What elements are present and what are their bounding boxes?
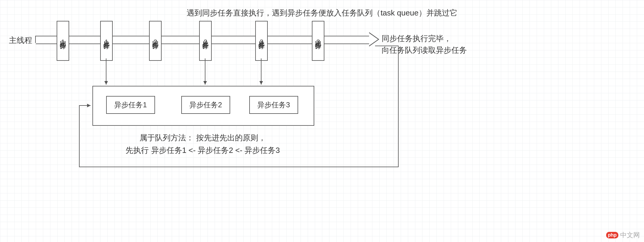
task-sync-1: 同步任务1 [57, 21, 69, 61]
task-sync-2: 同步任务2 [149, 21, 162, 61]
queue-item-2: 异步任务2 [181, 96, 230, 114]
main-thread-label: 主线程 [9, 35, 32, 46]
queue-item-3: 异步任务3 [249, 96, 298, 114]
top-caption: 遇到同步任务直接执行，遇到异步任务便放入任务队列（task queue）并跳过它 [0, 8, 644, 18]
end-label: 同步任务执行完毕， 向任务队列读取异步任务 [382, 33, 467, 56]
flow-arrow-head-icon [369, 32, 379, 46]
task-sync-3: 同步任务3 [312, 21, 324, 61]
queue-caption-line2: 先执行 异步任务1 <- 异步任务2 <- 异步任务3 [126, 146, 280, 155]
watermark-text: 中文网 [620, 231, 640, 240]
top-caption-text: 遇到同步任务直接执行，遇到异步任务便放入任务队列（task queue）并跳过它 [187, 8, 457, 17]
task-async-2: 异步任务2 [199, 21, 212, 61]
watermark-badge: php [606, 232, 618, 238]
watermark: php 中文网 [606, 231, 640, 240]
end-label-line2: 向任务队列读取异步任务 [382, 46, 467, 55]
end-label-line1: 同步任务执行完毕， [382, 34, 451, 43]
task-async-1: 异步任务1 [100, 21, 113, 61]
queue-caption-line1: 属于队列方法： 按先进先出的原则， [140, 133, 266, 142]
queue-caption: 属于队列方法： 按先进先出的原则， 先执行 异步任务1 <- 异步任务2 <- … [0, 132, 405, 156]
queue-item-1: 异步任务1 [106, 96, 155, 114]
task-async-3: 异步任务3 [255, 21, 268, 61]
